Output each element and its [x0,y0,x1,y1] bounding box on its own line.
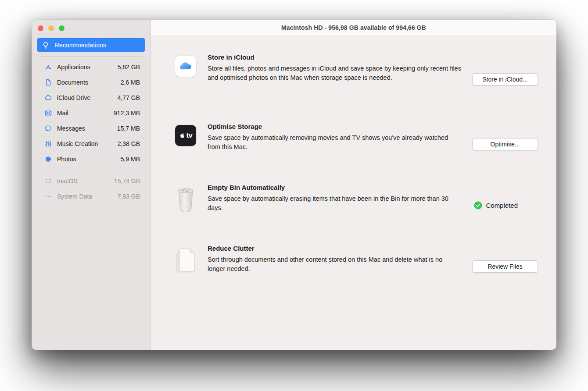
faders-icon [43,140,53,148]
sidebar-item-label: Recommendations [55,42,106,49]
zoom-button[interactable] [59,25,65,31]
section-action: Review Files [472,260,538,273]
sidebar-item-mail[interactable]: Mail912,3 MB [32,105,151,121]
sidebar-item-photos[interactable]: Photos5,9 MB [32,151,151,167]
sidebar-item-system-data[interactable]: System Data7,83 GB [32,188,151,204]
sidebar-item-size: 5,9 MB [121,156,140,163]
storage-management-window: Recommendations Applications5,82 GBDocum… [32,20,556,350]
sidebar-item-label: System Data [57,193,92,200]
sidebar-item-size: 15,74 GB [114,178,140,185]
section-title: Optimise Storage [208,123,461,130]
sidebar-category-list: Applications5,82 GBDocuments2,6 MBiCloud… [32,59,151,167]
section-title: Store in iCloud [208,53,461,61]
sidebar-item-size: 15,7 MB [117,125,140,132]
section-optimise-storage: tvOptimise StorageSave space by automati… [165,105,544,166]
section-text: Optimise StorageSave space by automatica… [208,123,461,151]
section-text: Reduce ClutterSort through documents and… [208,245,461,273]
optimise-button[interactable]: Optimise... [472,138,538,150]
sidebar-item-messages[interactable]: Messages15,7 MB [32,121,151,136]
recommendations-content: Store in iCloudStore all files, photos a… [151,36,556,350]
sidebar-system-list: macOS15,74 GBSystem Data7,83 GB [32,173,151,204]
sidebar-item-size: 2,6 MB [121,79,140,86]
sidebar-item-icloud-drive[interactable]: iCloud Drive4,77 GB [32,90,151,105]
title-bar: Macintosh HD - 956,98 GB available of 99… [151,20,556,36]
section-action: Store in iCloud... [472,73,538,85]
sidebar-item-macos[interactable]: macOS15,74 GB [32,173,151,188]
main-panel: Macintosh HD - 956,98 GB available of 99… [151,20,556,350]
sidebar-item-label: Photos [57,156,76,163]
sidebar-item-label: Applications [57,64,90,71]
section-title: Empty Bin Automatically [208,184,461,191]
sidebar-divider [39,56,143,57]
status-label: Completed [486,202,518,209]
section-action: Completed [474,201,538,210]
mail-icon [43,109,53,117]
store-in-icloud-button[interactable]: Store in iCloud... [472,73,538,85]
window-title: Macintosh HD - 956,98 GB available of 99… [281,24,426,31]
sidebar-item-recommendations[interactable]: Recommendations [37,38,145,52]
sidebar-item-label: macOS [57,178,78,185]
sidebar-item-label: iCloud Drive [57,94,90,101]
sidebar-item-size: 2,38 GB [118,140,140,147]
sidebar-item-size: 7,83 GB [118,193,140,200]
sidebar-item-music-creation[interactable]: Music Creation2,38 GB [32,136,151,151]
sidebar-item-applications[interactable]: Applications5,82 GB [32,59,151,75]
sidebar-item-documents[interactable]: Documents2,6 MB [32,75,151,90]
section-reduce-clutter: Reduce ClutterSort through documents and… [165,227,544,288]
sidebar-item-size: 4,77 GB [118,94,140,101]
sidebar-item-label: Music Creation [57,140,98,147]
section-title: Reduce Clutter [208,245,461,252]
minimize-button[interactable] [48,25,54,31]
close-button[interactable] [38,25,43,31]
review-files-button[interactable]: Review Files [472,260,538,273]
sidebar-divider [39,170,143,170]
icloud-app-icon [175,56,196,77]
window-controls [32,25,151,31]
section-description: Save space by automatically erasing item… [208,194,461,212]
sidebar-item-size: 5,82 GB [118,64,140,71]
laptop-icon [43,177,53,185]
check-circle-icon [474,201,482,210]
document-icon [43,78,53,86]
sidebar-item-label: Messages [57,125,85,132]
sidebar: Recommendations Applications5,82 GBDocum… [32,20,151,350]
ellipsis-icon [43,192,53,200]
sidebar-item-size: 912,3 MB [114,110,140,117]
section-store-in-icloud: Store in iCloudStore all files, photos a… [165,36,544,105]
lightbulb-icon [42,41,50,49]
cloud-icon [43,94,53,102]
section-text: Store in iCloudStore all files, photos a… [208,53,461,82]
appstore-icon [43,63,53,71]
section-text: Empty Bin AutomaticallySave space by aut… [208,184,461,212]
section-action: Optimise... [472,138,538,150]
section-empty-bin-automatically: Empty Bin AutomaticallySave space by aut… [165,166,544,227]
appletv-app-icon: tv [175,125,196,146]
documents-stack-icon [175,247,196,275]
photos-pinwheel-icon [43,155,53,163]
section-description: Sort through documents and other content… [208,255,461,273]
section-description: Save space by automatically removing mov… [208,133,461,151]
trash-full-icon [175,186,196,213]
section-description: Store all files, photos and messages in … [208,64,461,82]
message-bubble-icon [43,124,53,132]
completed-status-badge: Completed [474,201,518,210]
sidebar-item-label: Mail [57,110,68,117]
sidebar-item-label: Documents [57,79,88,86]
